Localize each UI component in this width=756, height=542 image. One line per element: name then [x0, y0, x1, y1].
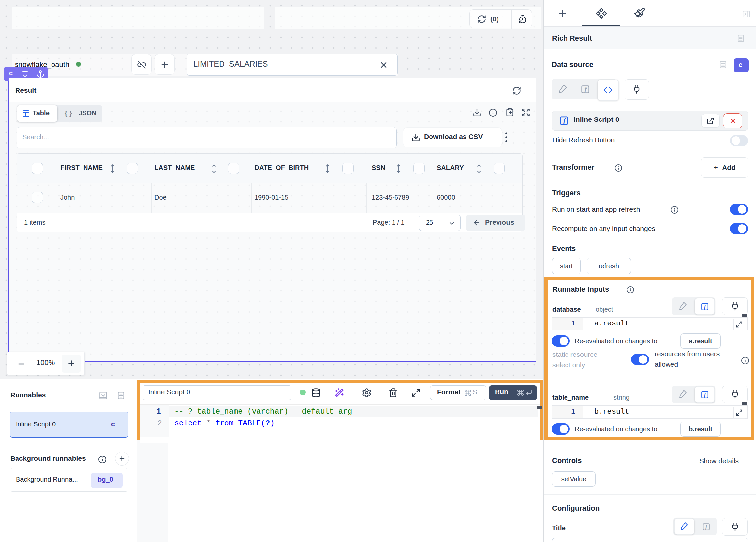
svg-text:f: f	[563, 117, 566, 125]
svg-text:f: f	[705, 524, 708, 530]
svg-text:f: f	[704, 392, 707, 398]
svg-text:f: f	[704, 304, 707, 310]
svg-text:f: f	[584, 86, 587, 93]
